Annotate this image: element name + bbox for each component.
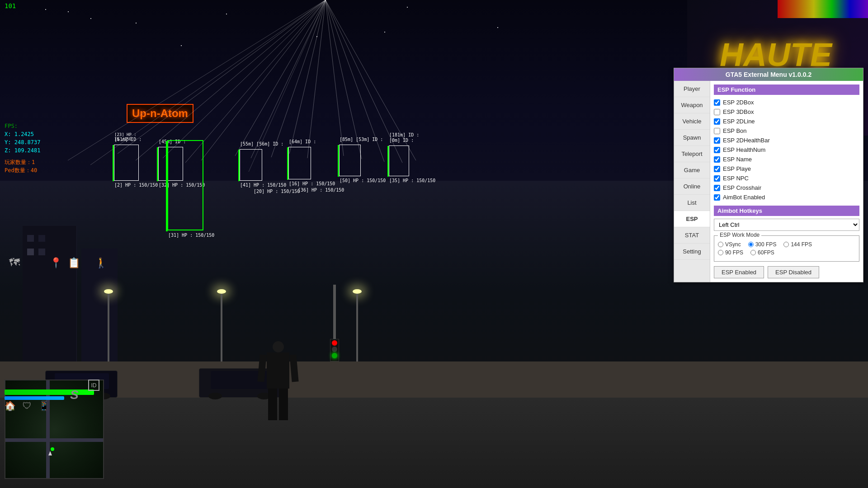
star — [68, 11, 69, 12]
radio-fps90: 90 FPS — [718, 249, 743, 256]
wanted-display: S — [70, 388, 79, 402]
checkbox-espname: ESP Name — [714, 155, 859, 164]
checkbox-esp2dhealthbar-label: ESP 2DHealthBar — [723, 137, 770, 144]
radio-row-2: 90 FPS 60FPS — [718, 249, 855, 256]
esp-disabled-button[interactable]: ESP Disabled — [768, 266, 819, 278]
radio-fps144-input[interactable] — [783, 242, 789, 247]
checkbox-esthealthnum: ESP HealthNum — [714, 145, 859, 155]
menu-body: Player Weapon Vehicle Spawn Teleport Gam… — [674, 81, 863, 282]
star — [90, 18, 91, 19]
checkbox-espbon-input[interactable] — [714, 128, 720, 134]
star — [136, 23, 137, 23]
sidebar-item-weapon[interactable]: Weapon — [674, 97, 710, 113]
checkbox-espnpc-label: ESP NPC — [723, 175, 749, 182]
person-icon: 🚶 — [95, 257, 107, 269]
checkbox-esthealthnum-input[interactable] — [714, 147, 720, 153]
star — [226, 14, 227, 14]
checkbox-espbon: ESP Bon — [714, 126, 859, 136]
upatom-sign: Up-n-Atom — [127, 104, 193, 123]
esp-work-mode-box: ESP Work Mode VSync 300 FPS 144 FPS — [714, 235, 859, 262]
health-bar — [5, 389, 94, 395]
street-light-right — [353, 289, 362, 361]
esp-function-header: ESP Function — [714, 84, 859, 95]
aimbot-hotkeys-header: Aimbot Hotkeys — [714, 206, 859, 216]
star — [45, 9, 46, 10]
neon-rainbow-strip — [778, 0, 868, 18]
checkbox-esp2dline-label: ESP 2DLine — [723, 118, 755, 125]
hotkey-dropdown-container: Left Ctrl Right Ctrl Left Alt Right Alt … — [714, 219, 859, 231]
checkbox-esp2dline: ESP 2DLine — [714, 117, 859, 126]
traffic-light — [330, 285, 339, 361]
sidebar-item-teleport[interactable]: Teleport — [674, 146, 710, 162]
checkbox-aimbot-input[interactable] — [714, 194, 720, 201]
radio-fps300-label: 300 FPS — [755, 241, 777, 248]
star — [407, 7, 408, 8]
radio-fps300: 300 FPS — [748, 241, 777, 248]
sidebar-item-setting[interactable]: Setting — [674, 244, 710, 260]
checkbox-esp2dbox-label: ESP 2DBox — [723, 99, 754, 106]
radio-fps60-label: 60FPS — [758, 249, 774, 256]
minimap-direction — [48, 451, 52, 455]
radio-fps60: 60FPS — [750, 249, 774, 256]
coordinates-display: FPS: X: 1.2425 Y: 248.8737 Z: 109.2481 — [5, 122, 40, 155]
menu-title-bar: GTA5 External Menu v1.0.0.2 — [674, 68, 863, 81]
checkbox-espplaye-input[interactable] — [714, 166, 720, 172]
esp-enabled-button[interactable]: ESP Enabled — [714, 266, 764, 278]
menu-sidebar: Player Weapon Vehicle Spawn Teleport Gam… — [674, 81, 710, 282]
ped-count-line: Ped数量：40 — [5, 166, 37, 174]
checkbox-esp3dbox-input[interactable] — [714, 109, 720, 115]
hotkey-select[interactable]: Left Ctrl Right Ctrl Left Alt Right Alt … — [714, 219, 859, 231]
checkbox-esp3dbox: ESP 3DBox — [714, 107, 859, 117]
currency-icon: ID — [88, 380, 99, 391]
checkbox-espname-label: ESP Name — [723, 156, 752, 163]
radio-fps144: 144 FPS — [783, 241, 812, 248]
sidebar-item-stat[interactable]: STAT — [674, 227, 710, 244]
checkbox-espplaye: ESP Playe — [714, 164, 859, 174]
star — [384, 32, 385, 33]
checkbox-espname-input[interactable] — [714, 156, 720, 163]
building — [23, 226, 77, 361]
checkbox-espcrosshair: ESP Crosshair — [714, 183, 859, 192]
armor-bar — [5, 396, 64, 400]
radio-vsync-input[interactable] — [718, 242, 723, 247]
radio-fps60-input[interactable] — [750, 250, 756, 255]
esp-buttons-row: ESP Enabled ESP Disabled — [714, 266, 859, 278]
fps-value: 101 — [5, 2, 16, 9]
esp-menu-panel: GTA5 External Menu v1.0.0.2 Player Weapo… — [674, 68, 863, 282]
sidebar-item-list[interactable]: List — [674, 195, 710, 211]
checkbox-aimbot: AimBot Enabled — [714, 192, 859, 202]
radio-fps90-label: 90 FPS — [725, 249, 743, 256]
checkbox-espcrosshair-input[interactable] — [714, 185, 720, 191]
street-light-left — [104, 289, 113, 361]
radio-fps90-input[interactable] — [718, 250, 723, 255]
fps-display: 101 — [5, 2, 16, 9]
esp-player-7: [0m] ID : [35] HP : 150/150 [181m] ID : — [389, 145, 409, 176]
sidebar-item-player[interactable]: Player — [674, 81, 710, 97]
checkbox-esp2dhealthbar: ESP 2DHealthBar — [714, 136, 859, 145]
checkbox-espnpc: ESP NPC — [714, 174, 859, 183]
checkbox-esp2dline-input[interactable] — [714, 118, 720, 125]
player-count-display: 玩家数量：1 Ped数量：40 — [5, 158, 37, 174]
minimap-player-dot — [51, 447, 54, 451]
checkbox-espnpc-input[interactable] — [714, 175, 720, 182]
esp-player-4: [55m] [56m] ID : [41] HP : 150/150 [20] … — [240, 149, 262, 181]
sidebar-item-online[interactable]: Online — [674, 178, 710, 195]
radio-vsync-label: VSync — [725, 241, 741, 248]
sidebar-item-esp[interactable]: ESP — [674, 211, 710, 227]
health-armor-bars — [5, 389, 104, 400]
radio-fps300-input[interactable] — [748, 242, 754, 247]
home-icon: 🏠 — [5, 400, 16, 411]
phone-icon: 📱 — [38, 400, 50, 411]
star — [316, 36, 317, 37]
checkbox-esp2dbox: ESP 2DBox — [714, 98, 859, 107]
checkbox-esp2dhealthbar-input[interactable] — [714, 137, 720, 144]
checkbox-espplaye-label: ESP Playe — [723, 165, 751, 172]
radio-row-1: VSync 300 FPS 144 FPS — [718, 241, 855, 248]
y-coord: Y: 248.8737 — [5, 138, 40, 146]
checkbox-esp3dbox-label: ESP 3DBox — [723, 108, 754, 115]
checkbox-esp2dbox-input[interactable] — [714, 99, 720, 106]
map-icon: 🗺 — [9, 256, 20, 269]
sidebar-item-spawn[interactable]: Spawn — [674, 130, 710, 146]
sidebar-item-game[interactable]: Game — [674, 162, 710, 178]
sidebar-item-vehicle[interactable]: Vehicle — [674, 113, 710, 130]
